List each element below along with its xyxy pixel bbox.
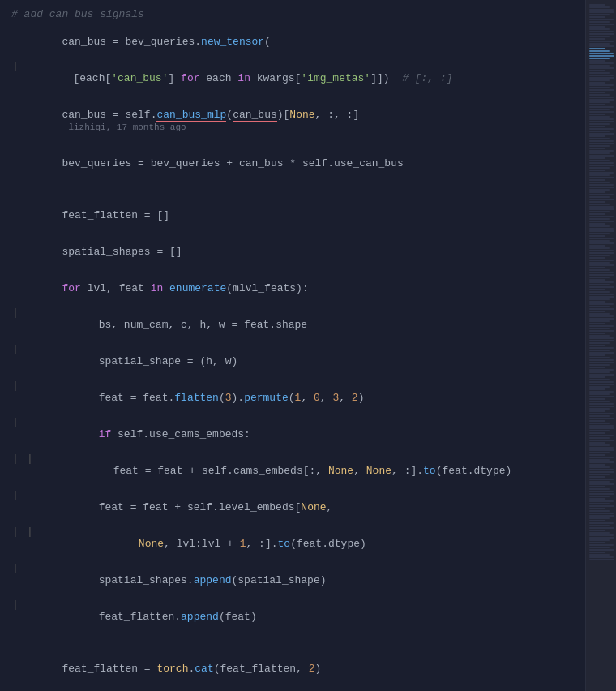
minimap-sidebar [585, 0, 616, 691]
code-line: can_bus = self.can_bus_mlp(can_bus)[None… [8, 97, 585, 145]
code-line: spatial_shapes = [] [8, 234, 585, 270]
code-line: feat_flatten = torch.cat(feat_flatten, 2… [8, 650, 585, 687]
code-line: | spatial_shapes.append(spatial_shape) [8, 562, 585, 599]
minimap [586, 0, 616, 691]
code-line: for lvl, feat in enumerate(mlvl_feats): [8, 270, 585, 307]
code-line: can_bus = bev_queries.new_tensor( [8, 24, 585, 60]
code-line: # add can bus signals [8, 8, 585, 24]
code-line [8, 635, 585, 650]
code-line: feat_flatten = [] [8, 197, 585, 234]
main-container: # add can bus signals can_bus = bev_quer… [0, 0, 616, 691]
code-line [8, 182, 585, 197]
code-line: | | None, lvl:lvl + 1, :].to(feat.dtype) [8, 526, 585, 562]
code-line: | spatial_shape = (h, w) [8, 343, 585, 380]
code-line: | feat_flatten.append(feat) [8, 599, 585, 635]
git-blame: lizhiqi, 17 months ago [68, 122, 186, 132]
code-line: | feat = feat.flatten(3).permute(1, 0, 3… [8, 380, 585, 416]
code-line: | if self.use_cams_embeds: [8, 416, 585, 453]
code-line: | | feat = feat + self.cams_embeds[:, No… [8, 453, 585, 489]
code-line: bev_queries = bev_queries + can_bus * se… [8, 145, 585, 182]
code-line: | [each['can_bus'] for each in kwargs['i… [8, 60, 585, 97]
code-line: spatial_shapes = torch.as_tensor( [8, 687, 585, 691]
code-line: | bs, num_cam, c, h, w = feat.shape [8, 307, 585, 343]
code-line: | feat = feat + self.level_embeds[None, [8, 489, 585, 526]
code-editor[interactable]: # add can bus signals can_bus = bev_quer… [0, 0, 585, 691]
